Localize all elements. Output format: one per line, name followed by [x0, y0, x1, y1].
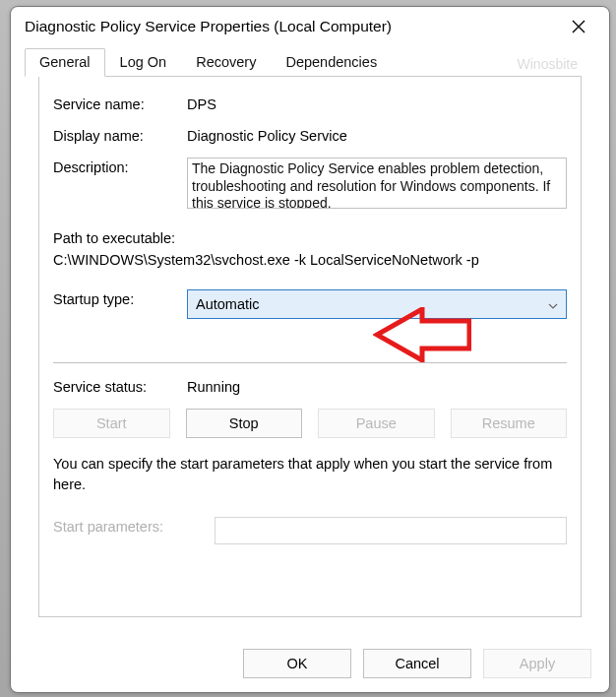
- ok-button[interactable]: OK: [243, 649, 351, 678]
- pause-button: Pause: [318, 409, 435, 438]
- watermark-text: Winosbite: [518, 56, 595, 76]
- display-name-value: Diagnostic Policy Service: [187, 126, 567, 144]
- start-parameters-input: [215, 517, 567, 544]
- close-icon: [572, 20, 585, 33]
- service-status-label: Service status:: [53, 377, 187, 395]
- display-name-label: Display name:: [53, 126, 187, 144]
- window-title: Diagnostic Policy Service Properties (Lo…: [25, 18, 562, 35]
- general-panel: Service name: DPS Display name: Diagnost…: [38, 76, 582, 617]
- start-button: Start: [53, 409, 170, 438]
- tab-log-on[interactable]: Log On: [105, 48, 182, 77]
- separator: [53, 362, 567, 363]
- start-parameters-label: Start parameters:: [53, 517, 215, 535]
- description-label: Description:: [53, 158, 187, 175]
- service-status-value: Running: [187, 377, 567, 395]
- cancel-button[interactable]: Cancel: [363, 649, 471, 678]
- startup-type-value: Automatic: [196, 296, 259, 312]
- description-textbox[interactable]: The Diagnostic Policy Service enables pr…: [187, 158, 567, 209]
- path-value: C:\WINDOWS\System32\svchost.exe -k Local…: [53, 250, 567, 272]
- properties-dialog: Diagnostic Policy Service Properties (Lo…: [10, 6, 610, 693]
- dialog-footer: OK Cancel Apply: [243, 649, 591, 678]
- close-button[interactable]: [562, 10, 595, 43]
- stop-button[interactable]: Stop: [186, 409, 303, 438]
- startup-type-select[interactable]: Automatic: [187, 289, 567, 319]
- chevron-down-icon: [548, 296, 558, 312]
- titlebar: Diagnostic Policy Service Properties (Lo…: [11, 7, 609, 46]
- tab-strip: General Log On Recovery Dependencies Win…: [25, 46, 595, 76]
- service-name-label: Service name:: [53, 95, 187, 112]
- tab-dependencies[interactable]: Dependencies: [271, 48, 392, 77]
- help-text: You can specify the start parameters tha…: [53, 454, 567, 495]
- tab-general[interactable]: General: [25, 48, 105, 77]
- startup-type-label: Startup type:: [53, 289, 187, 307]
- tab-recovery[interactable]: Recovery: [181, 48, 271, 77]
- apply-button: Apply: [483, 649, 591, 678]
- service-name-value: DPS: [187, 95, 567, 112]
- path-label: Path to executable:: [53, 228, 567, 250]
- resume-button: Resume: [451, 409, 568, 438]
